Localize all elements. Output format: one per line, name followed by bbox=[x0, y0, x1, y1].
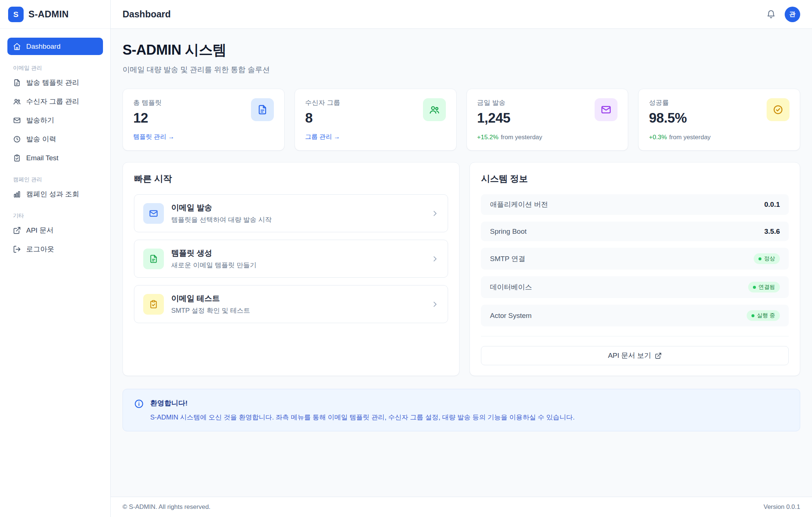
system-info-row: Actor System 실행 중 bbox=[481, 305, 789, 326]
sidebar-section-title: 캠페인 관리 bbox=[7, 176, 103, 183]
sidebar-item-templates[interactable]: 발송 템플릿 관리 bbox=[7, 74, 103, 91]
system-info-list: 애플리케이션 버전 0.0.1 Spring Boot 3.5.6 SMTP 연… bbox=[481, 194, 789, 326]
brand-logo-icon: S bbox=[8, 7, 24, 22]
clipboard-icon bbox=[149, 299, 158, 309]
quickstart-item-text: 템플릿 생성 새로운 이메일 템플릿 만들기 bbox=[171, 248, 257, 270]
sidebar-item-label: Email Test bbox=[26, 154, 58, 162]
sidebar-item-email-test[interactable]: Email Test bbox=[7, 149, 103, 167]
sidebar-item-recipient-groups[interactable]: 수신자 그룹 관리 bbox=[7, 93, 103, 110]
sidebar-item-label: 수신자 그룹 관리 bbox=[26, 97, 79, 106]
sidebar-item-logout[interactable]: 로그아웃 bbox=[7, 240, 103, 258]
brand-name: S-ADMIN bbox=[28, 9, 69, 20]
quickstart-item-send-email[interactable]: 이메일 발송 템플릿을 선택하여 대량 발송 시작 bbox=[134, 194, 448, 232]
sidebar-item-history[interactable]: 발송 이력 bbox=[7, 130, 103, 148]
system-info-label: 애플리케이션 버전 bbox=[490, 200, 548, 209]
sidebar-item-label: 발송 템플릿 관리 bbox=[26, 78, 79, 88]
system-info-label: SMTP 연결 bbox=[490, 254, 525, 264]
quickstart-item-text: 이메일 발송 템플릿을 선택하여 대량 발송 시작 bbox=[171, 202, 272, 224]
quickstart-item-text: 이메일 테스트 SMTP 설정 확인 및 테스트 bbox=[171, 293, 250, 315]
stat-delta: +0.3% bbox=[649, 134, 667, 141]
quickstart-item-title: 이메일 테스트 bbox=[171, 293, 250, 304]
quickstart-item-desc: 템플릿을 선택하여 대량 발송 시작 bbox=[171, 215, 272, 224]
stat-card-recipient-groups: 수신자 그룹 8 그룹 관리 → bbox=[295, 89, 457, 151]
api-docs-button-label: API 문서 보기 bbox=[608, 351, 651, 360]
brand[interactable]: S S-ADMIN bbox=[0, 0, 110, 29]
quickstart-icon-box bbox=[143, 294, 164, 315]
mail-icon bbox=[601, 104, 612, 115]
sidebar-section-title: 이메일 관리 bbox=[7, 65, 103, 72]
avatar[interactable]: 관 bbox=[785, 7, 800, 22]
sidebar-item-campaign-stats[interactable]: 캠페인 성과 조회 bbox=[7, 185, 103, 203]
system-info-panel: 시스템 정보 애플리케이션 버전 0.0.1 Spring Boot 3.5.6… bbox=[469, 162, 800, 376]
status-badge: 정상 bbox=[754, 253, 780, 264]
page-subtitle: 이메일 대량 발송 및 관리를 위한 통합 솔루션 bbox=[123, 65, 800, 75]
stat-delta: +15.2% bbox=[477, 134, 499, 141]
stat-icon-box bbox=[767, 98, 789, 121]
welcome-body: S-ADMIN 시스템에 오신 것을 환영합니다. 좌측 메뉴를 통해 이메일 … bbox=[150, 413, 575, 422]
sidebar-nav: Dashboard이메일 관리발송 템플릿 관리수신자 그룹 관리발송하기발송 … bbox=[0, 29, 110, 265]
mail-icon bbox=[13, 116, 21, 124]
stat-icon-box bbox=[251, 98, 274, 121]
stat-label: 수신자 그룹 bbox=[305, 98, 340, 107]
quickstart-item-title: 이메일 발송 bbox=[171, 202, 272, 213]
notifications-button[interactable] bbox=[766, 10, 776, 19]
clock-icon bbox=[13, 135, 21, 143]
system-info-title: 시스템 정보 bbox=[481, 173, 789, 185]
chevron-icon bbox=[431, 209, 439, 218]
stat-value: 12 bbox=[133, 110, 162, 126]
stat-value: 98.5% bbox=[649, 110, 687, 126]
sidebar-item-send[interactable]: 발송하기 bbox=[7, 112, 103, 129]
quick-start-title: 빠른 시작 bbox=[134, 173, 448, 185]
system-info-row: SMTP 연결 정상 bbox=[481, 248, 789, 270]
app-window: S S-ADMIN Dashboard이메일 관리발송 템플릿 관리수신자 그룹… bbox=[0, 0, 812, 517]
sidebar-item-label: Dashboard bbox=[26, 42, 61, 51]
external-link-icon bbox=[655, 352, 662, 359]
quickstart-item-desc: SMTP 설정 확인 및 테스트 bbox=[171, 306, 250, 315]
stat-link[interactable]: 그룹 관리 → bbox=[305, 133, 340, 140]
stat-link[interactable]: 템플릿 관리 → bbox=[133, 133, 174, 140]
stat-icon-box bbox=[595, 98, 617, 121]
sidebar-item-api-docs[interactable]: API 문서 bbox=[7, 222, 103, 239]
system-info-label: Actor System bbox=[490, 312, 531, 320]
mail-icon bbox=[149, 209, 158, 218]
api-docs-button[interactable]: API 문서 보기 bbox=[481, 346, 789, 365]
status-badge: 실행 중 bbox=[747, 310, 780, 321]
stat-value: 1,245 bbox=[477, 110, 510, 126]
system-info-row: 애플리케이션 버전 0.0.1 bbox=[481, 194, 789, 215]
sidebar-item-label: 발송 이력 bbox=[26, 134, 56, 144]
quickstart-item-title: 템플릿 생성 bbox=[171, 248, 257, 258]
page-title: S-ADMIN 시스템 bbox=[123, 41, 800, 59]
external-icon bbox=[13, 226, 21, 234]
footer: © S-ADMIN. All rights reserved. Version … bbox=[111, 497, 812, 517]
system-info-label: Spring Boot bbox=[490, 227, 526, 236]
status-dot-icon bbox=[758, 257, 761, 260]
sidebar-item-label: 로그아웃 bbox=[26, 244, 54, 254]
sidebar-section-title: 기타 bbox=[7, 212, 103, 219]
sidebar-item-label: API 문서 bbox=[26, 226, 54, 235]
topbar: Dashboard 관 bbox=[111, 0, 812, 29]
file-icon bbox=[257, 104, 268, 115]
quickstart-item-email-test[interactable]: 이메일 테스트 SMTP 설정 확인 및 테스트 bbox=[134, 285, 448, 323]
chevron-icon bbox=[431, 255, 439, 263]
chevron-icon bbox=[431, 300, 439, 308]
stat-icon-box bbox=[423, 98, 446, 121]
system-info-row: Spring Boot 3.5.6 bbox=[481, 222, 789, 241]
quickstart-icon-box bbox=[143, 203, 164, 224]
stat-card-total-templates: 총 템플릿 12 템플릿 관리 → bbox=[123, 89, 285, 151]
panels-row: 빠른 시작 이메일 발송 템플릿을 선택하여 대량 발송 시작 템플릿 생성 새… bbox=[123, 162, 800, 376]
bell-icon bbox=[766, 10, 776, 19]
users-icon bbox=[13, 97, 21, 106]
status-dot-icon bbox=[751, 314, 754, 317]
chart-icon bbox=[13, 190, 21, 198]
stat-label: 금일 발송 bbox=[477, 98, 510, 107]
version-text: Version 0.0.1 bbox=[764, 503, 800, 511]
welcome-banner: 환영합니다! S-ADMIN 시스템에 오신 것을 환영합니다. 좌측 메뉴를 … bbox=[123, 389, 800, 431]
sidebar: S S-ADMIN Dashboard이메일 관리발송 템플릿 관리수신자 그룹… bbox=[0, 0, 111, 517]
file-icon bbox=[149, 254, 158, 264]
system-info-label: 데이터베이스 bbox=[490, 283, 532, 292]
quickstart-item-create-template[interactable]: 템플릿 생성 새로운 이메일 템플릿 만들기 bbox=[134, 240, 448, 278]
copyright-text: © S-ADMIN. All rights reserved. bbox=[123, 503, 210, 511]
welcome-text: 환영합니다! S-ADMIN 시스템에 오신 것을 환영합니다. 좌측 메뉴를 … bbox=[150, 398, 575, 422]
info-icon bbox=[134, 399, 144, 409]
sidebar-item-dashboard[interactable]: Dashboard bbox=[7, 38, 103, 55]
